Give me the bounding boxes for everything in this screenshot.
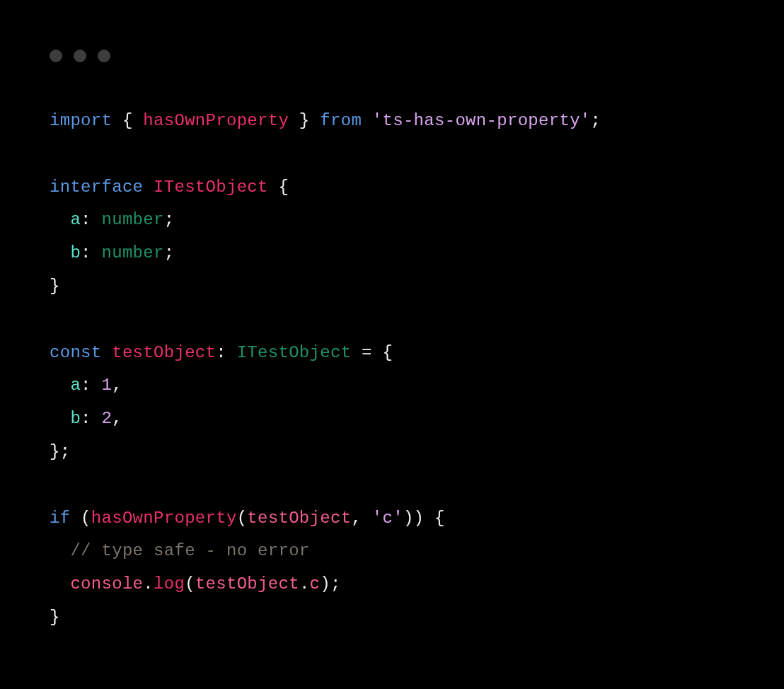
code-line: a: 1, [50,376,122,395]
variable-ref: testObject [247,509,351,528]
keyword-interface: interface [50,178,143,197]
maximize-icon[interactable] [98,50,110,62]
interface-name: ITestObject [154,178,268,197]
code-line: // type safe - no error [50,541,310,560]
variable-ref: testObject [195,574,299,594]
code-line: a: number; [50,210,174,229]
property-name: b [70,243,81,262]
close-icon[interactable] [50,50,62,62]
code-line: b: number; [50,243,174,262]
code-line: interface ITestObject { [50,178,289,197]
minimize-icon[interactable] [74,50,86,62]
code-line: const testObject: ITestObject = { [50,343,393,362]
property-access: c [310,574,321,594]
window-controls [50,50,734,62]
code-line: if (hasOwnProperty(testObject, 'c')) { [50,509,445,528]
code-line: console.log(testObject.c); [50,574,341,594]
comment: // type safe - no error [70,541,309,560]
function-call: hasOwnProperty [91,509,237,528]
code-line: b: 2, [50,409,122,428]
type-annotation: number [102,210,164,229]
number-literal: 1 [102,376,113,395]
string-literal: 'c' [372,509,403,528]
console-object: console [70,574,143,594]
code-window: import { hasOwnProperty } from 'ts-has-o… [0,0,784,663]
method-call: log [154,574,185,594]
code-line: import { hasOwnProperty } from 'ts-has-o… [50,111,601,130]
keyword-from: from [320,111,362,130]
code-line: }; [50,442,70,461]
keyword-if: if [50,509,70,528]
imported-symbol: hasOwnProperty [143,111,289,130]
property-name: b [70,409,81,428]
property-name: a [70,210,81,229]
keyword-const: const [50,343,102,362]
keyword-import: import [50,111,112,130]
number-literal: 2 [102,409,113,428]
variable-name: testObject [112,343,216,362]
module-string: 'ts-has-own-property' [372,111,591,130]
property-name: a [70,376,81,395]
type-annotation: number [102,243,164,262]
code-line: } [50,608,60,627]
code-line: } [50,277,60,296]
type-annotation: ITestObject [237,343,352,362]
code-block: import { hasOwnProperty } from 'ts-has-o… [50,105,734,635]
